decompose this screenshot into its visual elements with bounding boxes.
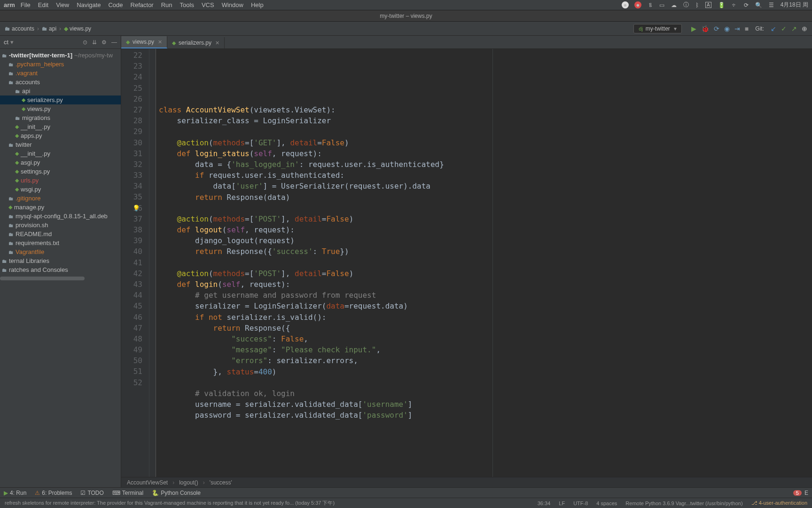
- tree-item[interactable]: ◆views.py: [0, 104, 121, 113]
- line-number[interactable]: 35: [121, 191, 142, 202]
- editor-breadcrumb-item[interactable]: 'success': [210, 479, 232, 486]
- editor[interactable]: 2223242526272829303132333435363738394041…: [121, 49, 812, 477]
- menu-window[interactable]: Window: [222, 1, 243, 8]
- code-line[interactable]: data['user'] = UserSerializer(request.us…: [159, 181, 812, 191]
- line-number[interactable]: 29: [121, 126, 142, 137]
- collapse-all-icon[interactable]: ⇊: [92, 39, 97, 46]
- code-line[interactable]: class AccountViewSet(viewsets.ViewSet):: [159, 104, 812, 115]
- code-line[interactable]: username = serializer.validated_data['us…: [159, 399, 812, 410]
- line-number[interactable]: 32: [121, 159, 142, 170]
- editor-tab[interactable]: ◆serializers.py✕: [167, 37, 225, 48]
- tree-item[interactable]: ◆__init__.py: [0, 149, 121, 158]
- tree-item[interactable]: 🖿.vagrant: [0, 69, 121, 78]
- terminal-tool-window-button[interactable]: ⌨Terminal: [112, 490, 143, 496]
- tray-icon[interactable]: ⥮: [648, 2, 653, 8]
- code-line[interactable]: data = {'has_logged_in': request.user.is…: [159, 159, 812, 170]
- editor-breadcrumb-item[interactable]: AccountViewSet: [127, 479, 168, 486]
- line-number[interactable]: 41: [121, 257, 142, 268]
- tree-item[interactable]: 🖿api: [0, 87, 121, 95]
- encoding[interactable]: UTF-8: [573, 500, 588, 506]
- code-line[interactable]: def logout(self, request):: [159, 224, 812, 235]
- breadcrumb-item[interactable]: 🖿api: [42, 25, 56, 32]
- git-commit-button[interactable]: ✓: [781, 25, 787, 32]
- battery-icon[interactable]: 🔋: [718, 2, 725, 8]
- line-number[interactable]: 46: [121, 312, 142, 323]
- git-branch[interactable]: ⎇ 4-user-authentication: [751, 500, 807, 506]
- line-number[interactable]: 39: [121, 235, 142, 246]
- line-number[interactable]: 49: [121, 344, 142, 355]
- tree-item[interactable]: 🖿accounts: [0, 78, 121, 87]
- sync-icon[interactable]: ⟳: [744, 2, 749, 8]
- code-line[interactable]: serializer_class = LoginSerializer: [159, 115, 812, 126]
- line-number[interactable]: 31: [121, 148, 142, 159]
- indent[interactable]: 4 spaces: [596, 500, 617, 506]
- breadcrumb-item[interactable]: ◆views.py: [64, 25, 91, 32]
- fold-gutter[interactable]: [149, 49, 156, 477]
- tree-item[interactable]: 🖿README.md: [0, 230, 121, 238]
- git-update-button[interactable]: ↙: [771, 25, 776, 32]
- code-line[interactable]: @action(methods=['POST'], detail=False): [159, 268, 812, 279]
- line-number[interactable]: 43: [121, 279, 142, 290]
- run-configuration-selector[interactable]: dj my-twitter ▾: [633, 24, 682, 33]
- project-selector[interactable]: ct ▾: [4, 39, 78, 46]
- tree-item[interactable]: 🖿requirements.txt: [0, 238, 121, 247]
- project-tree[interactable]: 🖿-twitter [twitter-term-1] ~/repos/my-tw…: [0, 49, 121, 276]
- line-separator[interactable]: LF: [559, 500, 565, 506]
- code-line[interactable]: [159, 94, 812, 104]
- event-log-badge[interactable]: 5: [793, 490, 802, 496]
- line-number[interactable]: 38: [121, 224, 142, 235]
- code-line[interactable]: "message": "Please check input.",: [159, 344, 812, 355]
- cloud-icon[interactable]: ☁: [671, 2, 677, 8]
- tree-item[interactable]: 🖿mysql-apt-config_0.8.15-1_all.deb: [0, 212, 121, 221]
- line-number[interactable]: 44: [121, 290, 142, 301]
- line-number[interactable]: 34: [121, 181, 142, 191]
- line-number[interactable]: 51: [121, 366, 142, 377]
- code-line[interactable]: if not serializer.is_valid():: [159, 312, 812, 323]
- code-line[interactable]: [159, 126, 812, 137]
- code-line[interactable]: return Response(data): [159, 192, 812, 203]
- todo-tool-window-button[interactable]: ☑TODO: [80, 490, 103, 496]
- line-number[interactable]: 23: [121, 61, 142, 71]
- line-number[interactable]: 47: [121, 323, 142, 333]
- code-line[interactable]: def login(self, request):: [159, 279, 812, 290]
- line-number[interactable]: 28: [121, 115, 142, 126]
- code-line[interactable]: "success": False,: [159, 333, 812, 344]
- mission-control-icon[interactable]: ▭: [659, 2, 664, 8]
- line-number[interactable]: 25: [121, 83, 142, 94]
- wifi-icon[interactable]: ᯤ: [732, 2, 737, 8]
- tree-item[interactable]: 🖿provision.sh: [0, 221, 121, 230]
- run-button[interactable]: ▶: [691, 25, 696, 32]
- tree-item[interactable]: 🖿ratches and Consoles: [0, 265, 121, 274]
- tree-item[interactable]: ◆asgi.py: [0, 158, 121, 167]
- git-push-button[interactable]: ↗: [791, 25, 797, 32]
- line-number[interactable]: 30: [121, 137, 142, 148]
- code-line[interactable]: @action(methods=['GET'], detail=False): [159, 137, 812, 148]
- gear-icon[interactable]: ⚙: [102, 39, 107, 46]
- code-line[interactable]: # validation ok, login: [159, 388, 812, 399]
- clock[interactable]: 4月18日 周: [781, 1, 808, 9]
- tree-item[interactable]: 🖿migrations: [0, 113, 121, 122]
- hide-icon[interactable]: —: [111, 39, 117, 46]
- python-console-tool-window-button[interactable]: 🐍Python Console: [152, 490, 201, 496]
- locate-icon[interactable]: ⊙: [83, 39, 87, 46]
- line-number[interactable]: 40: [121, 246, 142, 257]
- profile-button[interactable]: ◉: [724, 25, 730, 32]
- code-line[interactable]: return Response({'success': True}): [159, 246, 812, 257]
- gutter[interactable]: 2223242526272829303132333435363738394041…: [121, 49, 149, 477]
- stop-button[interactable]: ■: [745, 25, 749, 32]
- line-number[interactable]: 24: [121, 71, 142, 82]
- line-number[interactable]: 50: [121, 355, 142, 366]
- code-line[interactable]: "errors": serializer.errors,: [159, 355, 812, 366]
- tree-item[interactable]: 🖿twitter: [0, 140, 121, 149]
- menu-view[interactable]: View: [56, 1, 69, 8]
- stop-record-icon[interactable]: ●: [634, 1, 641, 8]
- close-icon[interactable]: ✕: [215, 40, 219, 46]
- tree-item[interactable]: 🖿.gitignore: [0, 194, 121, 203]
- caret-position[interactable]: 36:34: [538, 500, 551, 506]
- menu-code[interactable]: Code: [108, 1, 123, 8]
- line-number[interactable]: 42: [121, 268, 142, 279]
- search-everywhere-button[interactable]: ⊕: [802, 25, 807, 32]
- info-icon[interactable]: ⓘ: [683, 1, 689, 9]
- menu-vcs[interactable]: VCS: [202, 1, 214, 8]
- code-line[interactable]: serializer = LoginSerializer(data=reques…: [159, 301, 812, 311]
